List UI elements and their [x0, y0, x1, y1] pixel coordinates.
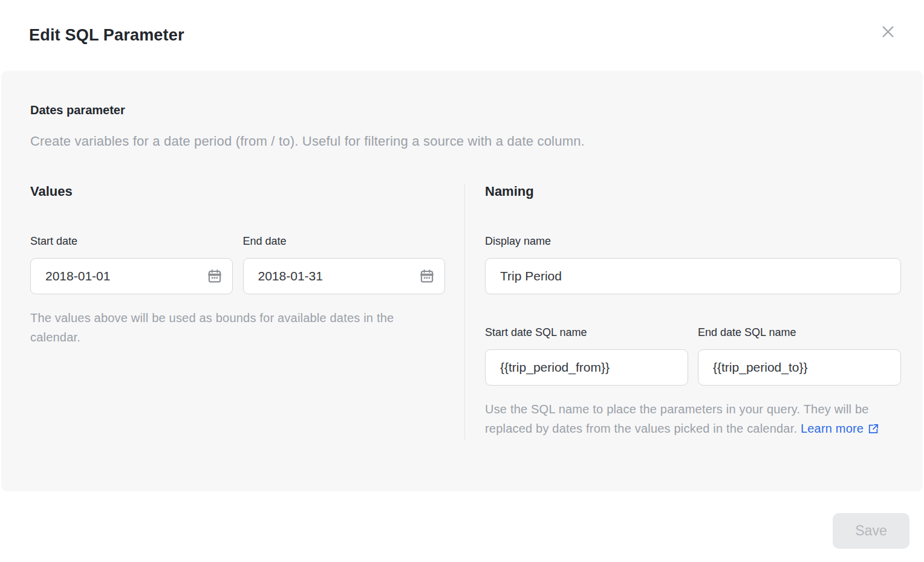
- values-helper-text: The values above will be used as bounds …: [30, 308, 443, 347]
- learn-more-link[interactable]: Learn more: [801, 422, 864, 435]
- dialog-footer: Save: [0, 491, 924, 562]
- external-link-icon: [868, 421, 879, 440]
- dates-parameter-heading: Dates parameter: [30, 103, 900, 117]
- display-name-input[interactable]: [485, 258, 901, 294]
- end-sql-name-label: End date SQL name: [698, 326, 901, 339]
- display-name-field: Display name: [485, 235, 901, 294]
- start-date-input[interactable]: [30, 258, 233, 294]
- naming-section: Naming Display name Start date SQL name …: [465, 184, 901, 440]
- save-button[interactable]: Save: [833, 513, 909, 549]
- end-sql-name-field: End date SQL name: [698, 326, 901, 386]
- calendar-icon[interactable]: [419, 268, 435, 284]
- display-name-label: Display name: [485, 235, 901, 248]
- values-section: Values Start date: [30, 184, 465, 440]
- naming-helper-text: Use the SQL name to place the parameters…: [485, 399, 897, 440]
- close-icon: [880, 24, 896, 40]
- values-heading: Values: [30, 184, 445, 199]
- start-sql-name-field: Start date SQL name: [485, 326, 688, 386]
- start-date-label: Start date: [30, 235, 233, 248]
- start-sql-name-label: Start date SQL name: [485, 326, 688, 339]
- end-sql-name-input[interactable]: [698, 349, 901, 386]
- end-date-label: End date: [243, 235, 446, 248]
- edit-sql-parameter-dialog: Edit SQL Parameter Dates parameter Creat…: [0, 0, 924, 562]
- date-fields-row: Start date: [30, 235, 445, 294]
- calendar-icon[interactable]: [207, 268, 223, 284]
- form-columns: Values Start date: [30, 184, 900, 440]
- close-button[interactable]: [876, 20, 900, 44]
- start-date-field: Start date: [30, 235, 233, 294]
- end-date-input[interactable]: [243, 258, 446, 294]
- sql-name-fields-row: Start date SQL name End date SQL name: [485, 326, 901, 386]
- dates-parameter-description: Create variables for a date period (from…: [30, 134, 900, 149]
- end-date-field: End date: [243, 235, 446, 294]
- dialog-header: Edit SQL Parameter: [0, 0, 924, 71]
- page-title: Edit SQL Parameter: [29, 26, 184, 45]
- naming-heading: Naming: [485, 184, 901, 199]
- dialog-body: Dates parameter Create variables for a d…: [1, 71, 923, 491]
- start-sql-name-input[interactable]: [485, 349, 688, 386]
